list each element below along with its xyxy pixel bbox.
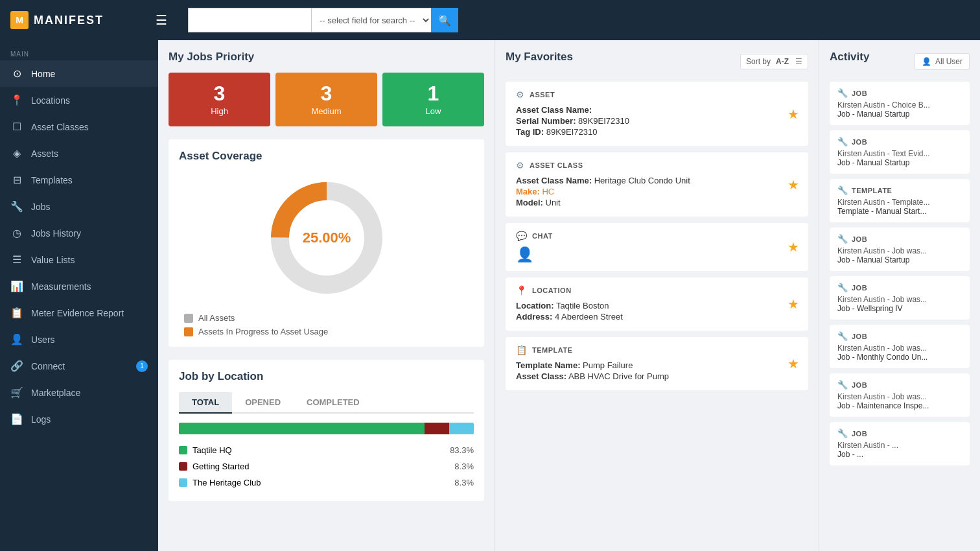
sidebar-item-templates[interactable]: ⊟ Templates — [0, 167, 158, 193]
app-title: MANIFEST — [34, 14, 104, 27]
sort-area[interactable]: Sort by A-Z ☰ — [740, 54, 808, 69]
logo-area: M MANIFEST — [10, 11, 140, 29]
sidebar-item-locations[interactable]: 📍 Locations — [0, 87, 158, 113]
act-type-icon: 🔧 — [837, 234, 848, 244]
priority-card-medium[interactable]: 3Medium — [275, 73, 377, 126]
sidebar-label-users: Users — [31, 334, 55, 345]
job-location-section: Job by Location TOTALOPENEDCOMPLETED Taq… — [169, 360, 484, 501]
sidebar-icon-templates: ⊟ — [10, 174, 23, 186]
sidebar-item-value-lists[interactable]: ☰ Value Lists — [0, 246, 158, 273]
sidebar-label-value-lists: Value Lists — [31, 255, 75, 265]
job-location-title: Job by Location — [179, 370, 474, 383]
fav-type-label: ASSET — [530, 91, 555, 99]
sort-label: Sort by — [746, 57, 771, 66]
jobs-priority-title: My Jobs Priority — [169, 51, 484, 64]
sidebar-item-home[interactable]: ⊙ Home — [0, 60, 158, 87]
favorite-card-4: 📋 TEMPLATE Template Name: Pump FailureAs… — [506, 337, 808, 390]
legend-item: Assets In Progress to Asset Usage — [184, 327, 469, 336]
coverage-legend: All AssetsAssets In Progress to Asset Us… — [179, 313, 474, 336]
all-user-label: All User — [935, 57, 962, 66]
content-area: My Jobs Priority 3High3Medium1Low Asset … — [158, 40, 980, 551]
sidebar-label-connect: Connect — [31, 361, 65, 371]
act-job: Job - Maintenance Inspe... — [837, 401, 962, 410]
priority-card-high[interactable]: 3High — [169, 73, 270, 126]
sidebar-item-jobs-history[interactable]: ◷ Jobs History — [0, 220, 158, 246]
search-input[interactable] — [188, 8, 311, 32]
sidebar-icon-users: 👤 — [10, 333, 23, 346]
tab-opened[interactable]: OPENED — [232, 392, 294, 414]
sidebar-item-meter-evidence[interactable]: 📋 Meter Evidence Report — [0, 299, 158, 326]
sidebar-item-measurements[interactable]: 📊 Measurements — [0, 273, 158, 299]
favorites-cards: ⚙ ASSET Asset Class Name: Serial Number:… — [506, 82, 808, 390]
fav-type-label: TEMPLATE — [532, 346, 572, 354]
asset-coverage-title: Asset Coverage — [179, 150, 474, 163]
fav-type-label: ASSET CLASS — [530, 161, 583, 169]
sidebar-icon-asset-classes: ☐ — [10, 121, 23, 133]
sort-value: A-Z — [776, 57, 789, 66]
sidebar-label-jobs-history: Jobs History — [31, 228, 81, 239]
activity-panel: Activity 👤 All User 🔧 JOB Kirsten Austin… — [819, 40, 980, 551]
favorite-card-2: 💬 CHAT 👤 ★ — [506, 223, 808, 271]
fav-type-label: LOCATION — [532, 287, 572, 294]
center-panel: My Jobs Priority 3High3Medium1Low Asset … — [158, 40, 495, 551]
priority-card-low[interactable]: 1Low — [382, 73, 484, 126]
location-row: Taqtile HQ 83.3% — [179, 442, 474, 458]
location-name: The Heritage Club — [192, 478, 261, 487]
sidebar-item-assets[interactable]: ◈ Assets — [0, 140, 158, 167]
sidebar-item-users[interactable]: 👤 Users — [0, 326, 158, 353]
act-type-icon: 🔧 — [837, 283, 848, 292]
act-type-label: JOB — [852, 89, 867, 97]
fav-type-icon: ⚙ — [516, 89, 524, 100]
sidebar-section-label: MAIN — [0, 45, 158, 60]
star-button-3[interactable]: ★ — [788, 296, 799, 312]
activity-header: Activity 👤 All User — [830, 51, 970, 73]
sidebar-item-jobs[interactable]: 🔧 Jobs — [0, 193, 158, 220]
sidebar-item-marketplace[interactable]: 🛒 Marketplace — [0, 379, 158, 406]
favorite-card-3: 📍 LOCATION Location: Taqtile BostonAddre… — [506, 277, 808, 331]
fav-type-icon: 📋 — [516, 345, 527, 355]
act-job: Job - Wellspring IV — [837, 304, 962, 313]
sidebar-label-marketplace: Marketplace — [31, 388, 80, 398]
location-pct: 83.3% — [450, 445, 474, 455]
star-button-2[interactable]: ★ — [788, 239, 799, 255]
activity-card-1: 🔧 JOB Kirsten Austin - Text Evid... Job … — [830, 130, 970, 174]
tab-total[interactable]: TOTAL — [179, 392, 232, 414]
act-job: Job - Monthly Condo Un... — [837, 353, 962, 362]
search-button[interactable]: 🔍 — [431, 8, 458, 32]
favorites-title: My Favorites — [506, 51, 573, 64]
logo-icon: M — [10, 11, 29, 29]
act-type-icon: 🔧 — [837, 380, 848, 390]
sidebar-label-logs: Logs — [31, 414, 51, 425]
sidebar-item-asset-classes[interactable]: ☐ Asset Classes — [0, 113, 158, 140]
star-button-1[interactable]: ★ — [788, 177, 799, 193]
sidebar-item-connect[interactable]: 🔗 Connect 1 — [0, 353, 158, 379]
star-button-4[interactable]: ★ — [788, 356, 799, 371]
act-type-label: JOB — [852, 235, 867, 243]
act-user: Kirsten Austin - Choice B... — [837, 100, 962, 110]
fav-type-label: CHAT — [532, 232, 553, 240]
act-type-label: JOB — [852, 381, 867, 389]
sidebar-label-locations: Locations — [31, 95, 70, 106]
legend-item: All Assets — [184, 313, 469, 323]
activity-card-2: 🔧 TEMPLATE Kirsten Austin - Template... … — [830, 179, 970, 222]
favorite-card-0: ⚙ ASSET Asset Class Name: Serial Number:… — [506, 82, 808, 146]
act-user: Kirsten Austin - Template... — [837, 198, 962, 207]
hamburger-menu[interactable]: ☰ — [156, 12, 167, 28]
all-user-filter[interactable]: 👤 All User — [915, 53, 970, 70]
donut-svg: 25.00% — [262, 173, 391, 303]
fav-type-icon: ⚙ — [516, 160, 524, 170]
location-dot — [179, 462, 187, 471]
sidebar-icon-marketplace: 🛒 — [10, 386, 23, 399]
act-job: Job - ... — [837, 450, 962, 459]
sidebar-label-asset-classes: Asset Classes — [31, 122, 89, 132]
search-field-select[interactable]: -- select field for search -- — [311, 8, 431, 32]
user-icon: 👤 — [922, 57, 931, 66]
activity-cards: 🔧 JOB Kirsten Austin - Choice B... Job -… — [830, 82, 970, 465]
tab-completed[interactable]: COMPLETED — [294, 392, 373, 414]
act-user: Kirsten Austin - Job was... — [837, 344, 962, 353]
star-button-0[interactable]: ★ — [788, 106, 799, 122]
favorite-card-1: ⚙ ASSET CLASS Asset Class Name: Heritage… — [506, 152, 808, 217]
act-job: Job - Manual Startup — [837, 255, 962, 264]
act-type-label: JOB — [852, 138, 867, 146]
sidebar-item-logs[interactable]: 📄 Logs — [0, 406, 158, 432]
